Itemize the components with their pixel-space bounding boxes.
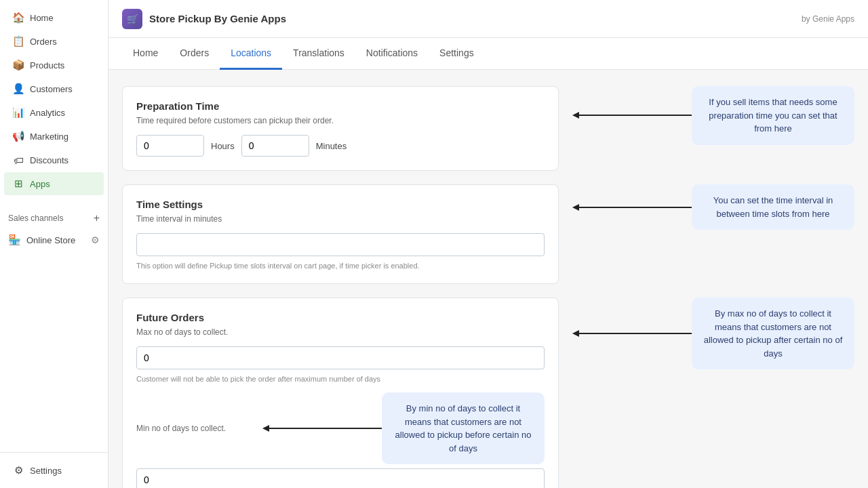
products-icon: 📦	[12, 59, 24, 71]
svg-marker-3	[572, 204, 579, 211]
online-store-item[interactable]: 🏪 Online Store ⚙	[0, 230, 108, 250]
minutes-label: Minutes	[309, 141, 354, 151]
discounts-icon: 🏷	[12, 154, 24, 166]
sidebar-item-customers[interactable]: 👤Customers	[4, 77, 104, 100]
sales-channels-header: Sales channels +	[0, 207, 108, 230]
svg-marker-5	[262, 425, 269, 432]
tab-locations[interactable]: Locations	[220, 38, 282, 70]
preparation-time-fields: Hours Minutes	[136, 135, 545, 157]
time-settings-card: Time Settings Time interval in minutes T…	[122, 184, 559, 284]
tab-translations[interactable]: Translations	[282, 38, 355, 70]
tab-home[interactable]: Home	[122, 38, 169, 70]
min-days-label: Min no of days to collect.	[136, 424, 254, 433]
svg-marker-1	[572, 112, 579, 119]
min-section: Min no of days to collect. By min no of …	[136, 392, 545, 488]
customers-icon: 👤	[12, 83, 24, 95]
sidebar-item-home[interactable]: 🏠Home	[4, 6, 104, 29]
sidebar-label-home: Home	[30, 13, 54, 23]
hours-input[interactable]	[136, 135, 204, 157]
sidebar-label-analytics: Analytics	[30, 108, 65, 118]
time-settings-row: Time Settings Time interval in minutes T…	[122, 184, 854, 284]
content-area: Preparation Time Time required before cu…	[108, 70, 868, 488]
topbar: 🛒 Store Pickup By Genie Apps by Genie Ap…	[108, 0, 868, 38]
time-arrow-tooltip: You can set the time interval in between…	[570, 184, 854, 230]
add-sales-channel-icon[interactable]: +	[94, 212, 100, 224]
settings-label: Settings	[30, 466, 62, 476]
sidebar-item-orders[interactable]: 📋Orders	[4, 30, 104, 53]
sidebar-item-products[interactable]: 📦Products	[4, 54, 104, 77]
app-title: Store Pickup By Genie Apps	[149, 13, 286, 24]
min-days-input[interactable]	[136, 468, 545, 488]
sales-channels-label: Sales channels	[8, 214, 63, 223]
max-arrow-tooltip: By max no of days to collect it means th…	[570, 298, 854, 369]
minutes-input[interactable]	[241, 135, 309, 157]
min-arrow-tooltip: By min no of days to collect it means th…	[260, 392, 545, 464]
sidebar-label-marketing: Marketing	[30, 131, 68, 142]
future-orders-card: Future Orders Max no of days to collect.…	[122, 298, 559, 488]
main-content: 🛒 Store Pickup By Genie Apps by Genie Ap…	[108, 0, 868, 488]
tab-settings[interactable]: Settings	[429, 38, 485, 70]
by-genie-text: by Genie Apps	[802, 14, 854, 24]
sidebar-item-analytics[interactable]: 📊Analytics	[4, 101, 104, 124]
home-icon: 🏠	[12, 12, 24, 24]
svg-marker-7	[572, 330, 579, 337]
preparation-arrow-tooltip: If you sell items that needs some prepar…	[570, 86, 854, 145]
preparation-time-row: Preparation Time Time required before cu…	[122, 86, 854, 171]
orders-icon: 📋	[12, 35, 24, 47]
max-days-label: Max no of days to collect.	[136, 327, 545, 337]
preparation-arrow	[570, 110, 692, 121]
store-icon: 🏪	[8, 234, 21, 246]
app-icon: 🛒	[122, 9, 142, 29]
preparation-time-card: Preparation Time Time required before cu…	[122, 86, 559, 171]
app-title-area: 🛒 Store Pickup By Genie Apps	[122, 9, 286, 29]
preparation-time-subtitle: Time required before customers can picku…	[136, 116, 545, 125]
max-days-input[interactable]	[136, 346, 545, 369]
sidebar-label-apps: Apps	[30, 179, 50, 189]
apps-icon: ⊞	[12, 178, 24, 190]
max-arrow	[570, 328, 692, 339]
time-tooltip: You can set the time interval in between…	[692, 184, 854, 230]
online-store-label: Online Store	[26, 235, 75, 245]
sidebar-label-orders: Orders	[30, 37, 57, 47]
time-arrow	[570, 202, 692, 213]
max-tooltip: By max no of days to collect it means th…	[692, 298, 854, 369]
sidebar: 🏠Home📋Orders📦Products👤Customers📊Analytic…	[0, 0, 108, 488]
tab-orders[interactable]: Orders	[169, 38, 220, 70]
tabs: HomeOrdersLocationsTranslationsNotificat…	[108, 38, 868, 70]
tab-notifications[interactable]: Notifications	[355, 38, 429, 70]
sidebar-label-discounts: Discounts	[30, 155, 68, 165]
hours-label: Hours	[204, 141, 241, 151]
time-interval-label: Time interval in minutes	[136, 214, 545, 224]
sidebar-item-marketing[interactable]: 📢Marketing	[4, 125, 104, 148]
time-settings-title: Time Settings	[136, 199, 545, 210]
settings-icon: ⚙	[12, 464, 24, 476]
analytics-icon: 📊	[12, 106, 24, 119]
time-interval-hint: This option will define Pickup time slot…	[136, 262, 545, 270]
settings-gear-icon[interactable]: ⚙	[91, 235, 100, 245]
sidebar-label-products: Products	[30, 60, 64, 70]
sidebar-bottom: ⚙ Settings	[0, 452, 108, 488]
sidebar-item-discounts[interactable]: 🏷Discounts	[4, 148, 104, 171]
future-orders-row: Future Orders Max no of days to collect.…	[122, 298, 854, 488]
future-orders-title: Future Orders	[136, 312, 545, 323]
min-arrow	[260, 423, 382, 434]
min-tooltip: By min no of days to collect it means th…	[382, 392, 545, 464]
sidebar-item-apps[interactable]: ⊞Apps	[4, 172, 104, 195]
time-interval-input[interactable]	[136, 233, 545, 256]
max-days-hint: Customer will not be able to pick the or…	[136, 375, 545, 383]
preparation-tooltip: If you sell items that needs some prepar…	[692, 86, 854, 145]
app-icon-text: 🛒	[127, 14, 138, 24]
marketing-icon: 📢	[12, 130, 24, 142]
sidebar-label-customers: Customers	[30, 84, 73, 94]
preparation-time-title: Preparation Time	[136, 100, 545, 112]
sidebar-item-settings[interactable]: ⚙ Settings	[4, 459, 104, 482]
